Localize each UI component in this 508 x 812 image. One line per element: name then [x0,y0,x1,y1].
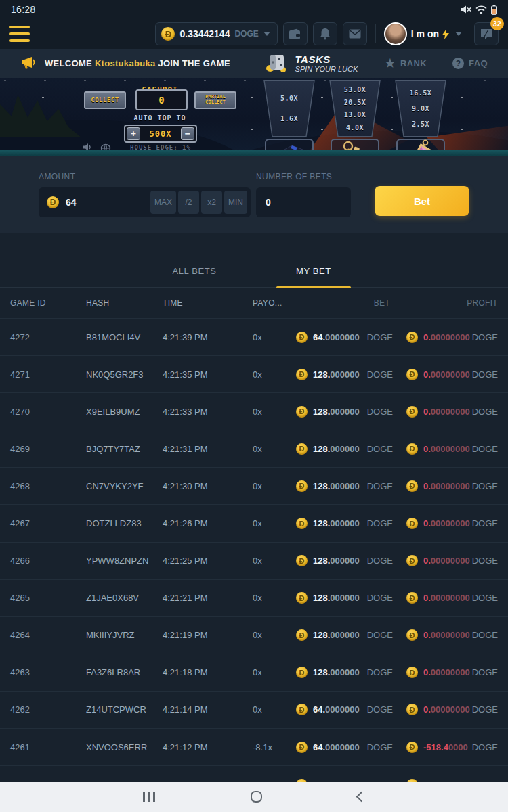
multiplier-value: 16.5X [410,89,432,97]
payout-cell: 0x [253,481,296,491]
col-hash: HASH [86,298,163,308]
stepper-minus-button[interactable]: − [181,127,194,140]
doge-coin-icon: Ð [296,592,308,604]
wallet-button[interactable] [283,22,308,45]
profit-currency: DOGE [472,518,498,528]
col-profit: PROFIT [406,298,498,308]
time-cell: 4:21:14 PM [163,704,253,715]
app-header: Ð 0.33442144 DOGE [0,19,508,49]
payout-cell: 0x [253,444,296,454]
faq-link[interactable]: ? FAQ [452,58,488,69]
profit-currency: DOGE [472,444,498,454]
bet-cell: Ð128.000000DOGE [296,480,406,492]
amount-input[interactable]: Ð 64 MAX/2x2MIN [39,187,251,217]
col-time: TIME [163,298,253,308]
game-id-cell: 4264 [10,630,86,640]
cashpot-value: 0 [135,89,188,110]
balance-dropdown[interactable]: Ð 0.33442144 DOGE [155,22,277,45]
number-of-bets-input[interactable]: 0 [256,187,351,217]
table-row: 4262Z14UTCPWCR4:21:14 PM0xÐ64.0000000DOG… [0,691,508,728]
mail-icon [349,29,361,39]
table-row: 4270X9EILB9UMZ4:21:33 PM0xÐ128.000000DOG… [0,392,508,430]
doge-coin-icon: Ð [406,369,418,380]
number-of-bets-label: NUMBER OF BETS [256,172,351,181]
amount-value[interactable]: 64 [66,197,148,208]
tasks-link[interactable]: TASKS SPIN YOUR LUCK [265,53,358,74]
bet-currency: DOGE [367,444,393,454]
table-row: 4271NK0Q5GR2F34:21:35 PM0xÐ128.000000DOG… [0,355,508,392]
doge-coin-icon: Ð [296,704,308,715]
rank-link[interactable]: ★ RANK [385,58,427,69]
hash-cell: B81MOCLI4V [86,332,163,342]
hash-cell: FA3Z6LR8AR [86,667,163,677]
username: I m on [411,28,462,39]
multiplier-column: 16.5X9.0X2.5X [391,80,450,156]
time-cell: 4:21:12 PM [163,742,253,752]
doge-coin-icon: Ð [406,629,418,641]
chat-button[interactable]: 32 [474,22,499,45]
doge-coin-icon: Ð [47,196,59,208]
stepper-plus-button[interactable]: + [127,127,140,140]
tasks-title: TASKS [295,53,358,65]
auto-top-stepper: + 500X − [124,125,197,143]
multiplier-column: 5.0X1.6X [259,80,319,156]
back-icon[interactable] [356,792,366,803]
notifications-button[interactable] [313,22,337,45]
profit-currency: DOGE [472,556,498,566]
menu-icon[interactable] [9,26,30,42]
payout-cell: 0x [253,593,296,603]
bet-cell: Ð128.000000DOGE [296,443,406,455]
android-nav-bar [0,782,508,812]
game-scene: CASHPOT COLLECT 0 PARTIAL COLLECT AUTO T… [0,78,508,156]
tab-all-bets[interactable]: ALL BETS [135,266,254,287]
profit-cell: Ð0.00000000DOGE [406,704,498,715]
payout-cell: 0x [253,667,296,677]
doge-coin-icon: Ð [296,369,308,380]
bet-cell: Ð128.000000DOGE [296,555,406,566]
messages-button[interactable] [343,22,367,45]
multiplier-column: 53.0X20.5X13.0X4.0X [325,80,385,156]
profit-cell: Ð0.00000000DOGE [406,592,498,604]
payout-cell: 0x [253,556,296,566]
double-button[interactable]: x2 [201,191,222,214]
multiplier-value: 13.0X [344,111,366,118]
multiplier-value: 53.0X [344,86,366,93]
game-id-cell: 4265 [10,593,86,603]
bet-currency: DOGE [367,556,393,566]
recents-icon[interactable] [143,792,155,802]
bet-currency: DOGE [367,704,393,715]
table-row: 4268CN7VYKY2YF4:21:30 PM0xÐ128.000000DOG… [0,467,508,504]
table-row: 4263FA3Z6LR8AR4:21:18 PM0xÐ128.000000DOG… [0,654,508,691]
profit-cell: Ð0.00000000DOGE [406,369,498,380]
multiplier-value: 9.0X [412,105,429,112]
status-time: 16:28 [11,4,36,15]
header-divider [375,24,376,43]
promo-banner: WELCOME Ktostukabuka JOIN THE GAME TASKS… [0,49,508,78]
chat-unread-badge: 32 [490,17,504,30]
payout-cell: 0x [253,407,296,417]
home-icon[interactable] [251,791,262,803]
chat-icon [480,28,492,39]
profit-cell: Ð0.00000000DOGE [406,667,498,678]
bet-cell: Ð64.0000000DOGE [296,742,406,753]
multiplier-value: 20.5X [344,99,366,106]
collect-button[interactable]: COLLECT [84,91,126,109]
partial-collect-button[interactable]: PARTIAL COLLECT [194,91,236,109]
game-id-cell: 4263 [10,667,86,677]
game-id-cell: 4262 [10,704,86,715]
payout-cell: 0x [253,518,296,528]
time-cell: 4:21:25 PM [163,556,253,566]
balance-amount: 0.33442144 [179,28,230,39]
bet-button[interactable]: Bet [375,186,469,216]
max-button[interactable]: MAX [150,191,176,214]
profit-currency: DOGE [472,369,498,380]
megaphone-icon [20,56,37,71]
half-button[interactable]: /2 [178,191,199,214]
min-button[interactable]: MIN [224,191,247,214]
user-menu[interactable]: I m on [384,22,462,45]
time-cell: 4:21:39 PM [163,332,253,342]
payout-cell: -8.1x [253,742,296,752]
tab-my-bet[interactable]: MY BET [254,266,373,287]
doge-coin-icon: Ð [406,742,418,753]
amount-label: AMOUNT [39,172,251,181]
